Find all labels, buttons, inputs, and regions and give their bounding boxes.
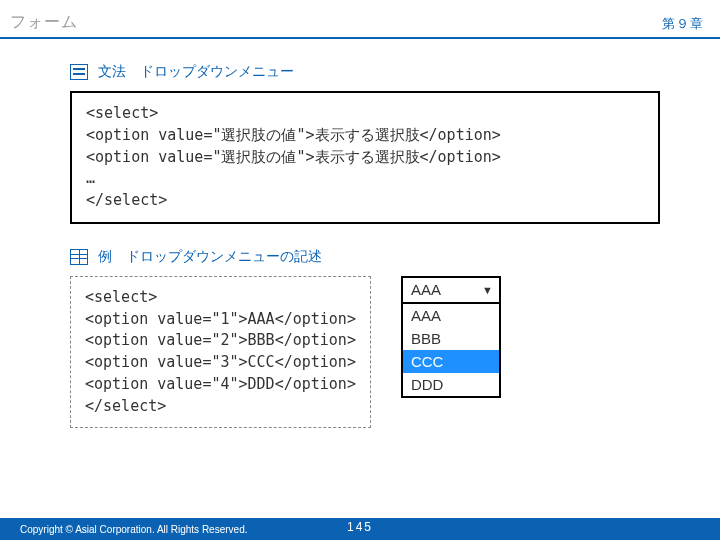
example-label: 例 ドロップダウンメニューの記述	[98, 248, 322, 266]
dropdown-option[interactable]: AAA	[403, 304, 499, 327]
example-code-block: <select> <option value="1">AAA</option> …	[70, 276, 371, 429]
dropdown-closed[interactable]: AAA ▼	[401, 276, 501, 304]
chevron-down-icon: ▼	[482, 284, 493, 296]
chapter-label: 第９章	[662, 15, 704, 33]
book-icon	[70, 249, 88, 265]
content-area: 文法 ドロップダウンメニュー <select> <option value="選…	[0, 39, 720, 428]
page-number: 145	[347, 520, 373, 534]
syntax-section-header: 文法 ドロップダウンメニュー	[70, 63, 660, 81]
page-title: フォーム	[10, 12, 78, 33]
copyright-text: Copyright © Asial Corporation. All Right…	[20, 524, 247, 535]
dropdown-option[interactable]: BBB	[403, 327, 499, 350]
syntax-code-block: <select> <option value="選択肢の値">表示する選択肢</…	[70, 91, 660, 224]
example-row: <select> <option value="1">AAA</option> …	[70, 276, 660, 429]
dropdown-option[interactable]: DDD	[403, 373, 499, 396]
dropdown-open-list[interactable]: AAA BBB CCC DDD	[401, 304, 501, 398]
example-section-header: 例 ドロップダウンメニューの記述	[70, 248, 660, 266]
dropdown-demo: AAA ▼ AAA BBB CCC DDD	[401, 276, 501, 398]
list-icon	[70, 64, 88, 80]
syntax-label: 文法 ドロップダウンメニュー	[98, 63, 294, 81]
dropdown-selected-value: AAA	[411, 281, 441, 298]
page-header: フォーム 第９章	[0, 0, 720, 39]
dropdown-option[interactable]: CCC	[403, 350, 499, 373]
